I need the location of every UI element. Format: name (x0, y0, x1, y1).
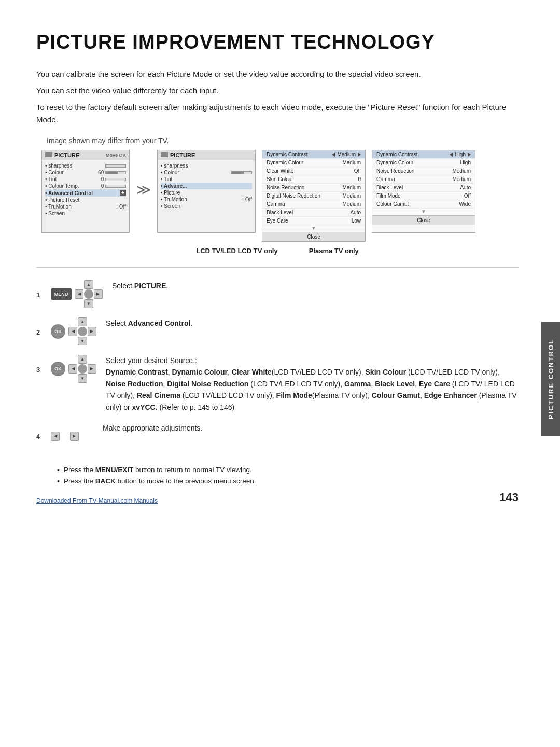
page-title: PICTURE IMPROVEMENT TECHNOLOGY (36, 31, 519, 53)
menu4: Dynamic Contrast High Dynamic Colour Hig… (372, 150, 475, 233)
nav-left-btn2: ◀ (68, 327, 77, 336)
menu3-row-gamma: Gamma Medium (262, 200, 365, 209)
tv-icon (45, 152, 52, 157)
step3-number: 3 (36, 366, 44, 374)
menu2-header: PICTURE (158, 150, 255, 160)
menu1: PICTURE Move OK • sharpness • Colour 60 … (41, 150, 130, 233)
arrow-right-icon2 (468, 153, 471, 157)
intro-line3: To reset to the factory default screen a… (36, 101, 519, 126)
menu1-body: • sharpness • Colour 60 • Tint 0 • Colou… (42, 160, 129, 219)
menu3-row-digitalnoise: Digital Noise Reduction Medium (262, 192, 365, 200)
menu4-row-noise: Noise Reduction Medium (372, 167, 475, 175)
menu3-row-dyncontrast: Dynamic Contrast Medium (262, 150, 365, 159)
menu1-row-screen: • Screen (45, 210, 126, 217)
menu1-row-trumotion: • TruMotion : Off (45, 203, 126, 210)
nav-right-btn3: ▶ (88, 364, 96, 373)
nav-down-btn3: ▼ (78, 374, 87, 383)
step4-row: 4 ◀ ▶ Make appropriate (36, 422, 519, 450)
menu3-row-skincolour: Skin Colour 0 (262, 175, 365, 184)
step4-remote: ◀ ▶ (51, 422, 79, 450)
nav-center-btn3 (78, 364, 87, 373)
intro-line2: You can set the video value differently … (36, 85, 519, 97)
menu2-row-colour: • Colour (161, 169, 252, 176)
menu2-row-advanced: • Advanc... (161, 183, 252, 189)
note2: • Press the BACK button to move to the p… (57, 477, 519, 486)
menu4-scroll-down: ▼ (372, 209, 475, 214)
step4-number: 4 (36, 433, 44, 440)
tv-icon2 (161, 152, 168, 157)
steps-area: 1 MENU ▲ ◀ ▶ ▼ (36, 280, 519, 450)
step2-text: Select Advanced Control. (106, 317, 519, 329)
step4-icon-wrap: 4 ◀ ▶ (36, 422, 93, 450)
menu4-close: Close (372, 215, 475, 225)
side-tab-label: PICTURE CONTROL (547, 339, 555, 419)
step2-row: 2 OK ▲ ◀ ▶ ▼ Se (36, 317, 519, 345)
menu3-row-blacklevel: Black Level Auto (262, 209, 365, 217)
step2-remote: OK ▲ ◀ ▶ ▼ (51, 317, 96, 345)
menu1-row-sharpness: • sharpness (45, 162, 126, 169)
menu2: PICTURE • sharpness • Colour • Tint • Ad… (157, 150, 256, 233)
menu3-container: Dynamic Contrast Medium Dynamic Colour M… (262, 150, 366, 242)
step4-text: Make appropriate adjustments. (103, 422, 519, 434)
nav-left-btn3: ◀ (68, 364, 77, 373)
menu2-row-tint: • Tint (161, 176, 252, 183)
step1-icon-wrap: 1 MENU ▲ ◀ ▶ ▼ (36, 280, 103, 308)
step1-row: 1 MENU ▲ ◀ ▶ ▼ (36, 280, 519, 308)
plus-icon: + (120, 190, 126, 196)
menu1-row-colourtemp: • Colour Temp. 0 (45, 183, 126, 189)
arrow-next: ≫ (136, 181, 151, 198)
nav-right-btn4: ▶ (70, 432, 79, 440)
menu3-close: Close (262, 232, 365, 241)
intro-line1: You can calibrate the screen for each Pi… (36, 68, 519, 80)
bottom-notes: • Press the MENU/EXIT button to return t… (36, 466, 519, 486)
nav-right-btn: ▶ (94, 289, 103, 298)
menu4-row-blacklevel: Black Level Auto (372, 184, 475, 192)
menu1-row-colour: • Colour 60 (45, 169, 126, 176)
menu4-row-colourgamut: Colour Gamut Wide (372, 200, 475, 209)
menu4-container: Dynamic Contrast High Dynamic Colour Hig… (372, 150, 475, 233)
nav-center-btn (84, 289, 93, 298)
step2-number: 2 (36, 328, 44, 336)
page-number: 143 (499, 491, 519, 504)
note1: • Press the MENU/EXIT button to return t… (57, 466, 519, 474)
nav-up-btn: ▲ (84, 280, 93, 289)
nav-left-btn4: ◀ (51, 432, 60, 440)
menu2-row-reset: • Picture (161, 189, 252, 196)
menu4-row-dyncontrast: Dynamic Contrast High (372, 150, 475, 159)
nav-up-btn3: ▲ (78, 355, 87, 364)
menu4-row-dyncolour: Dynamic Colour High (372, 159, 475, 167)
step3-text: Select your desired Source.: Dynamic Con… (106, 355, 519, 413)
menu4-row-filmmode: Film Mode Off (372, 192, 475, 200)
lcd-label-right: Plasma TV only (309, 247, 359, 255)
ok-button: OK (51, 324, 65, 339)
nav-left-btn: ◀ (75, 289, 83, 298)
menu3: Dynamic Contrast Medium Dynamic Colour M… (262, 150, 366, 242)
menu2-body: • sharpness • Colour • Tint • Advanc... … (158, 160, 255, 212)
menu3-row-dyncolour: Dynamic Colour Medium (262, 159, 365, 167)
nav-down-btn: ▼ (84, 299, 93, 308)
ok-button3: OK (51, 362, 65, 376)
screenshot-area: PICTURE Move OK • sharpness • Colour 60 … (36, 150, 519, 242)
side-tab: PICTURE CONTROL (541, 322, 560, 436)
menu1-row-reset: • Picture Reset (45, 197, 126, 203)
step2-icon-wrap: 2 OK ▲ ◀ ▶ ▼ (36, 317, 96, 345)
bullet1: • (57, 466, 60, 474)
step1-text: Select PICTURE. (112, 280, 519, 292)
nav-up-btn2: ▲ (78, 317, 87, 326)
menu4-row-gamma: Gamma Medium (372, 175, 475, 184)
nav-cross-4: ◀ ▶ (51, 422, 79, 450)
arrow-right-icon (358, 153, 361, 157)
menu3-row-eyecare: Eye Care Low (262, 217, 365, 225)
menu1-header: PICTURE Move OK (42, 150, 129, 160)
menu1-row-advanced: • Advanced Control + (45, 189, 126, 197)
menu1-row-tint: • Tint 0 (45, 176, 126, 183)
step3-icon-wrap: 3 OK ▲ ◀ ▶ ▼ (36, 355, 96, 383)
step3-row: 3 OK ▲ ◀ ▶ ▼ Se (36, 355, 519, 413)
menu-button: MENU (51, 288, 72, 300)
nav-right-btn2: ▶ (88, 327, 96, 336)
menu2-row-trumotion: • TruMotion : Off (161, 196, 252, 203)
menu3-row-noise: Noise Reduction Medium (262, 184, 365, 192)
footer-link[interactable]: Downloaded From TV-Manual.com Manuals (36, 497, 158, 504)
image-caption: Image shown may differ from your TV. (36, 136, 519, 145)
nav-cross-1: ▲ ◀ ▶ ▼ (75, 280, 103, 308)
